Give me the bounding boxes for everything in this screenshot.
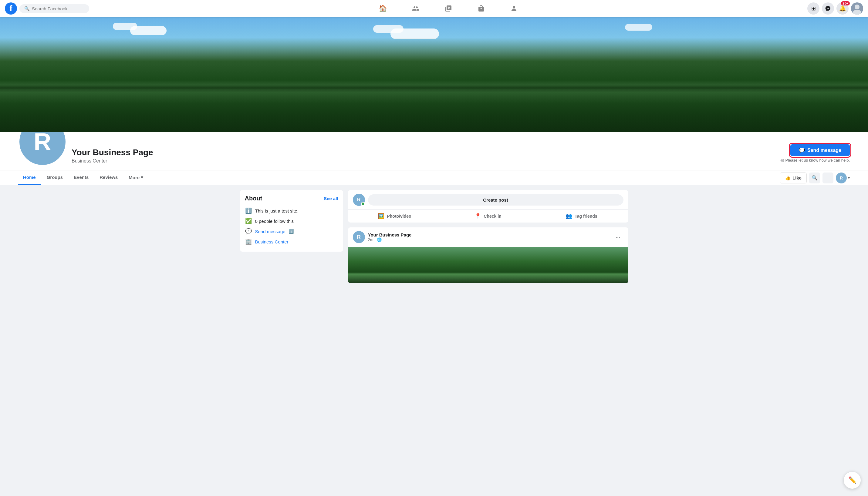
search-bar[interactable]: 🔍 bbox=[19, 4, 89, 13]
edit-fab-button[interactable]: ✏️ bbox=[844, 472, 861, 489]
page-content: R Your Business Page Business Center 💬 S… bbox=[0, 17, 868, 293]
nav-marketplace-button[interactable] bbox=[466, 1, 497, 16]
tab-groups[interactable]: Groups bbox=[42, 170, 68, 185]
svg-point-0 bbox=[513, 6, 515, 9]
tab-more[interactable]: More ▾ bbox=[124, 170, 148, 185]
tab-events[interactable]: Events bbox=[69, 170, 93, 185]
post-metadata: 2m · 🌐 bbox=[368, 237, 412, 242]
help-text: Hi! Please let us know how we can help. bbox=[779, 158, 850, 162]
profile-actions: 💬 Send message Hi! Please let us know ho… bbox=[779, 144, 850, 166]
topnav-left: f 🔍 bbox=[5, 2, 89, 15]
cloud-2 bbox=[113, 23, 137, 30]
nav-friends-button[interactable] bbox=[400, 1, 431, 16]
cloud-4 bbox=[373, 25, 403, 33]
search-icon: 🔍 bbox=[24, 6, 29, 11]
info-icon: ℹ️ bbox=[245, 207, 252, 214]
topnav-right: ⊞ 🔔 20+ bbox=[807, 2, 863, 15]
more-options-button[interactable]: ··· bbox=[822, 172, 834, 183]
post-header-left: R Your Business Page 2m · 🌐 bbox=[353, 231, 412, 243]
nav-watch-button[interactable] bbox=[432, 1, 464, 16]
search-input[interactable] bbox=[32, 6, 84, 11]
about-header: About See all bbox=[245, 195, 338, 202]
page-body: About See all ℹ️ This is just a test sit… bbox=[222, 185, 646, 293]
page-tabs: Home Groups Events Reviews More ▾ 👍 Like… bbox=[0, 170, 868, 185]
send-message-label: Send message bbox=[807, 148, 841, 153]
notifications-button[interactable]: 🔔 20+ bbox=[836, 2, 849, 15]
right-column: R Create post 🖼️ Photo/video 📍 Check in bbox=[348, 190, 628, 288]
create-post-button[interactable]: Create post bbox=[368, 194, 623, 205]
about-title: About bbox=[245, 195, 262, 202]
tab-reviews[interactable]: Reviews bbox=[95, 170, 123, 185]
message-icon: 💬 bbox=[245, 228, 252, 235]
messenger-icon: 💬 bbox=[799, 148, 805, 153]
photo-icon: 🖼️ bbox=[378, 213, 384, 219]
privacy-icon: 🌐 bbox=[377, 237, 382, 242]
apps-button[interactable]: ⊞ bbox=[807, 2, 820, 15]
messenger-button[interactable] bbox=[822, 2, 834, 15]
nav-groups-button[interactable] bbox=[498, 1, 530, 16]
left-column: About See all ℹ️ This is just a test sit… bbox=[240, 190, 343, 288]
cover-photo bbox=[0, 17, 868, 132]
post-author-info: Your Business Page 2m · 🌐 bbox=[368, 232, 412, 242]
see-all-link[interactable]: See all bbox=[324, 196, 338, 201]
water-reflection bbox=[0, 89, 868, 132]
checkin-icon: 📍 bbox=[474, 213, 481, 219]
topnav: f 🔍 🏠 ⊞ 🔔 20+ bbox=[0, 0, 868, 17]
cover-scene bbox=[0, 17, 868, 132]
tabs-left: Home Groups Events Reviews More ▾ bbox=[18, 170, 148, 185]
post-image-preview bbox=[348, 247, 628, 283]
profile-name-block: Your Business Page Business Center bbox=[72, 148, 153, 166]
profile-section: R Your Business Page Business Center 💬 S… bbox=[0, 132, 868, 170]
page-name: Your Business Page bbox=[72, 148, 153, 158]
user-avatar[interactable] bbox=[851, 2, 863, 15]
create-post-card: R Create post 🖼️ Photo/video 📍 Check in bbox=[348, 190, 628, 222]
send-message-button[interactable]: 💬 Send message bbox=[790, 144, 850, 156]
user-avatar-image bbox=[851, 2, 863, 15]
like-icon: 👍 bbox=[785, 175, 791, 181]
post-card: R Your Business Page 2m · 🌐 ··· bbox=[348, 227, 628, 283]
business-icon: 🏢 bbox=[245, 238, 252, 245]
create-post-top: R Create post bbox=[348, 190, 628, 210]
tabs-right: 👍 Like 🔍 ··· R ▾ bbox=[780, 172, 850, 183]
tab-home[interactable]: Home bbox=[18, 170, 41, 185]
chevron-down-icon: ▾ bbox=[141, 175, 143, 180]
topnav-center: 🏠 bbox=[89, 1, 807, 16]
check-in-button[interactable]: 📍 Check in bbox=[441, 210, 535, 222]
post-author-name[interactable]: Your Business Page bbox=[368, 232, 412, 237]
search-button[interactable]: 🔍 bbox=[809, 172, 820, 183]
page-subtitle: Business Center bbox=[72, 158, 153, 164]
about-item-followers: ✅ 0 people follow this bbox=[245, 216, 338, 226]
followers-icon: ✅ bbox=[245, 218, 252, 224]
nav-home-button[interactable]: 🏠 bbox=[367, 1, 399, 16]
cloud-5 bbox=[625, 24, 652, 31]
online-dot bbox=[361, 202, 365, 205]
profile-left: R Your Business Page Business Center bbox=[18, 136, 153, 166]
about-card: About See all ℹ️ This is just a test sit… bbox=[240, 190, 343, 252]
like-button[interactable]: 👍 Like bbox=[780, 172, 807, 183]
facebook-logo[interactable]: f bbox=[5, 2, 17, 15]
photo-video-button[interactable]: 🖼️ Photo/video bbox=[348, 210, 441, 222]
notification-badge: 20+ bbox=[841, 1, 850, 5]
tag-icon: 👥 bbox=[565, 213, 572, 219]
about-item-business[interactable]: 🏢 Business Center bbox=[245, 236, 338, 247]
tab-avatar-chevron-icon[interactable]: ▾ bbox=[848, 176, 850, 180]
create-post-avatar: R bbox=[353, 194, 365, 206]
about-item-info: ℹ️ This is just a test site. bbox=[245, 205, 338, 216]
post-header: R Your Business Page 2m · 🌐 ··· bbox=[348, 227, 628, 247]
svg-point-2 bbox=[855, 4, 859, 10]
message-info-icon: ℹ️ bbox=[289, 229, 294, 234]
create-post-actions: 🖼️ Photo/video 📍 Check in 👥 Tag friends bbox=[348, 210, 628, 222]
tag-friends-button[interactable]: 👥 Tag friends bbox=[535, 210, 628, 222]
page-tab-avatar[interactable]: R bbox=[836, 172, 847, 183]
about-item-message[interactable]: 💬 Send message ℹ️ bbox=[245, 226, 338, 236]
profile-info-row: R Your Business Page Business Center 💬 S… bbox=[18, 132, 850, 170]
post-more-button[interactable]: ··· bbox=[612, 232, 623, 243]
post-author-avatar: R bbox=[353, 231, 365, 243]
